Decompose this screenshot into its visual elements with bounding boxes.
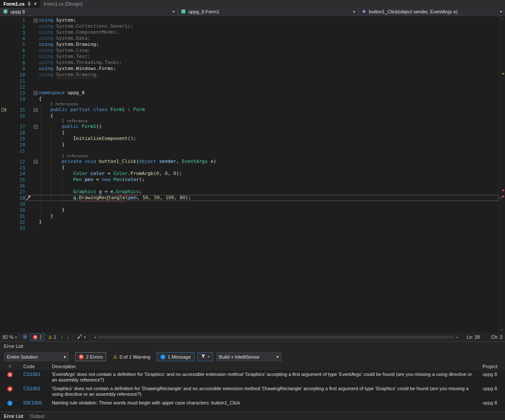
horizontal-scroll-track[interactable] — [98, 335, 454, 339]
code-line[interactable]: 27 Graphics g = e.Graphics; — [0, 189, 505, 195]
type-dropdown[interactable]: uppg_8.Form1 ▾ — [178, 8, 359, 16]
breakpoint-margin[interactable] — [0, 23, 8, 29]
breakpoint-margin[interactable] — [0, 54, 8, 60]
line-number[interactable]: 11 — [8, 78, 25, 84]
breakpoint-margin[interactable] — [0, 48, 8, 54]
previous-issue-button[interactable]: ↑ — [60, 335, 64, 340]
code-line[interactable]: 7using System.Text; — [0, 54, 505, 60]
panel-tab-error-list[interactable]: Error List — [4, 414, 23, 419]
line-number[interactable]: 21 — [8, 148, 25, 154]
breakpoint-margin[interactable] — [0, 177, 8, 183]
code-line[interactable]: 13namespace uppg_8 — [0, 90, 505, 96]
breakpoint-margin[interactable] — [0, 113, 8, 119]
line-number[interactable]: 25 — [8, 177, 25, 183]
line-number[interactable]: 7 — [8, 54, 25, 60]
breakpoint-margin[interactable] — [0, 41, 8, 48]
breakpoint-margin[interactable] — [0, 207, 8, 213]
breakpoint-margin[interactable] — [0, 17, 8, 23]
line-number[interactable]: 32 — [8, 219, 25, 225]
code-line[interactable]: 25 Pen pen = new Pen(color); — [0, 177, 505, 183]
pin-icon[interactable] — [27, 2, 31, 6]
code-line[interactable]: 11 — [0, 78, 505, 84]
line-number[interactable]: 12 — [8, 84, 25, 90]
code-line[interactable]: 3using System.ComponentModel; — [0, 29, 505, 35]
code-line[interactable]: 19 InitializeComponent(); — [0, 136, 505, 142]
breakpoint-margin[interactable] — [0, 90, 8, 96]
code-line[interactable]: 23 { — [0, 165, 505, 171]
breakpoint-margin[interactable] — [0, 148, 8, 154]
breakpoint-margin[interactable] — [0, 213, 8, 219]
line-number[interactable]: 24 — [8, 171, 25, 177]
member-dropdown[interactable]: button1_Click(object sender, EventArgs e… — [359, 8, 505, 16]
horizontal-scrollbar[interactable]: ◄ ► — [92, 333, 460, 341]
error-list-row[interactable]: iIDE1006Naming rule violation: These wor… — [0, 399, 505, 407]
line-number[interactable]: 27 — [8, 189, 25, 195]
column-header-code[interactable]: Code — [20, 364, 48, 369]
line-number[interactable]: 13 — [8, 90, 25, 96]
breakpoint-margin[interactable] — [0, 78, 8, 84]
code-line[interactable]: 15 public partial class Form1 : Form — [0, 107, 505, 113]
codelens-references-link[interactable]: 1 reference — [0, 119, 505, 124]
code-cleanup-button[interactable]: ▾ — [76, 334, 87, 340]
code-line[interactable]: 16 { — [0, 113, 505, 119]
breakpoint-margin[interactable] — [0, 136, 8, 142]
line-number[interactable]: 6 — [8, 48, 25, 54]
next-issue-button[interactable]: ↓ — [66, 335, 70, 340]
code-line[interactable]: 33 — [0, 225, 505, 231]
tab-form1cs-design[interactable]: Form1.cs [Design] — [40, 0, 86, 8]
vertical-scrollbar[interactable]: ▲ ▼ — [499, 16, 505, 333]
warnings-filter-button[interactable]: ⚠ 0 of 1 Warning — [109, 352, 154, 361]
error-code-link[interactable]: CS1061 — [20, 372, 48, 377]
code-line[interactable]: 8using System.Threading.Tasks; — [0, 60, 505, 66]
breakpoint-margin[interactable] — [0, 219, 8, 225]
quick-actions-icon[interactable] — [25, 195, 32, 201]
line-number[interactable]: 20 — [8, 142, 25, 148]
breakpoint-margin[interactable] — [0, 130, 8, 136]
errors-filter-button[interactable]: ✕ 2 Errors — [75, 352, 106, 361]
panel-tab-output[interactable]: Output — [30, 414, 44, 419]
project-dropdown[interactable]: # uppg 8 ▾ — [0, 8, 178, 16]
line-number[interactable]: 14 — [8, 96, 25, 102]
zoom-control[interactable]: 82 % ▾ — [3, 334, 17, 340]
code-line[interactable]: 26 — [0, 183, 505, 189]
line-number[interactable]: 28 — [8, 195, 25, 201]
line-number[interactable]: 31 — [8, 213, 25, 219]
line-number[interactable]: 8 — [8, 60, 25, 66]
breakpoint-margin[interactable] — [0, 96, 8, 102]
code-line[interactable]: 5using System.Drawing; — [0, 41, 505, 48]
line-number[interactable]: 18 — [8, 130, 25, 136]
scroll-down-icon[interactable]: ▼ — [499, 328, 505, 332]
column-header-description[interactable]: Description — [48, 364, 479, 369]
scroll-right-icon[interactable]: ► — [455, 336, 460, 339]
code-line[interactable]: 32} — [0, 219, 505, 225]
breakpoint-margin[interactable] — [0, 60, 8, 66]
codelens-references-link[interactable]: 1 reference — [0, 154, 505, 159]
error-code-link[interactable]: CS1061 — [20, 386, 48, 391]
code-line[interactable]: 28 g.DrawingRectangle(pen, 50, 50, 100, … — [0, 195, 505, 201]
line-number[interactable]: 5 — [8, 41, 25, 48]
filter-button[interactable]: ▾ — [197, 352, 213, 361]
fold-collapse-icon[interactable] — [34, 19, 38, 22]
code-line[interactable]: 4using System.Data; — [0, 35, 505, 41]
error-count-indicator[interactable]: ✕ 2 — [30, 334, 44, 340]
line-number[interactable]: 26 — [8, 183, 25, 189]
line-number[interactable]: 9 — [8, 66, 25, 72]
breakpoint-margin[interactable] — [0, 84, 8, 90]
breakpoint-margin[interactable] — [0, 183, 8, 189]
breakpoint-margin[interactable] — [0, 72, 8, 78]
code-line[interactable]: 29 — [0, 201, 505, 207]
scroll-left-icon[interactable]: ◄ — [92, 336, 97, 339]
line-number[interactable]: 33 — [8, 225, 25, 231]
editor-health-icon[interactable] — [22, 334, 28, 340]
code-line[interactable]: 1using System; — [0, 17, 505, 23]
line-number[interactable]: 2 — [8, 23, 25, 29]
line-number[interactable]: 17 — [8, 124, 25, 130]
line-number[interactable]: 10 — [8, 72, 25, 78]
code-line[interactable]: 6using System.Linq; — [0, 48, 505, 54]
code-line[interactable]: 14{ — [0, 96, 505, 102]
code-editor[interactable]: 1using System;2using System.Collections.… — [0, 16, 505, 333]
error-code-link[interactable]: IDE1006 — [20, 400, 48, 405]
breakpoint-margin[interactable] — [0, 66, 8, 72]
code-line[interactable]: 22 private void button1_Click(object sen… — [0, 159, 505, 165]
line-number[interactable]: 23 — [8, 165, 25, 171]
